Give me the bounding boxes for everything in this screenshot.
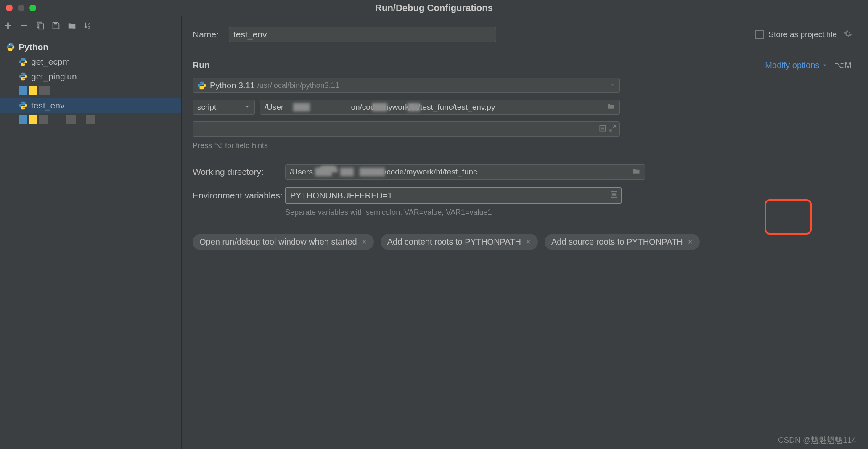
chevron-down-icon bbox=[244, 103, 250, 112]
minimize-window-button[interactable] bbox=[18, 5, 24, 11]
list-icon[interactable] bbox=[610, 190, 618, 201]
redacted bbox=[293, 103, 310, 111]
chip-label: Open run/debug tool window when started bbox=[199, 237, 357, 247]
chip-add-content-roots[interactable]: Add content roots to PYTHONPATH ✕ bbox=[381, 234, 538, 250]
run-section-header: Run Modify options ⌥M bbox=[193, 60, 852, 70]
config-tree: Python get_ecpm get_pinglun bbox=[0, 38, 181, 449]
store-as-project-file[interactable]: Store as project file bbox=[755, 29, 852, 40]
close-icon[interactable]: ✕ bbox=[361, 238, 367, 246]
close-window-button[interactable] bbox=[6, 5, 13, 11]
tree-item-label: get_ecpm bbox=[31, 57, 70, 67]
folder-icon[interactable] bbox=[607, 102, 615, 113]
working-directory-input[interactable]: /Users /code/mywork/bt/test_func bbox=[285, 164, 645, 180]
redacted bbox=[315, 168, 332, 176]
watermark: CSDN @魑魅魍魉114 bbox=[778, 435, 856, 446]
remove-config-button[interactable] bbox=[18, 19, 30, 32]
wd-prefix: /Users bbox=[290, 167, 313, 177]
parameters-input[interactable] bbox=[193, 121, 620, 137]
svg-rect-5 bbox=[54, 23, 57, 25]
modify-options-shortcut: ⌥M bbox=[834, 60, 852, 70]
titlebar: Run/Debug Configurations bbox=[0, 0, 868, 16]
name-input[interactable] bbox=[229, 27, 496, 42]
store-label: Store as project file bbox=[768, 30, 837, 39]
svg-point-10 bbox=[9, 44, 10, 45]
chevron-down-icon bbox=[609, 81, 615, 90]
tree-item-test-env[interactable]: test_env bbox=[0, 98, 181, 113]
svg-rect-7 bbox=[73, 27, 75, 29]
modify-options-label: Modify options bbox=[765, 61, 819, 70]
redacted bbox=[408, 103, 420, 111]
sort-config-button[interactable]: az bbox=[82, 19, 94, 32]
add-config-button[interactable] bbox=[2, 19, 14, 32]
env-label: Environment variables: bbox=[193, 190, 285, 201]
field-hint: Press ⌥ for field hints bbox=[193, 141, 852, 150]
svg-rect-2 bbox=[21, 25, 27, 26]
redacted bbox=[340, 168, 354, 176]
script-path-input[interactable]: /User on/code/mywork/bt/test_func/test_e… bbox=[260, 100, 620, 115]
working-directory-row: Working directory: /Users /code/mywork/b… bbox=[193, 164, 852, 180]
tree-item-label: test_env bbox=[31, 100, 64, 111]
window-controls bbox=[6, 5, 36, 11]
python-icon bbox=[19, 72, 28, 81]
python-icon bbox=[6, 42, 15, 52]
run-section-title: Run bbox=[193, 60, 210, 70]
wd-label: Working directory: bbox=[193, 167, 285, 177]
maximize-window-button[interactable] bbox=[29, 5, 36, 11]
script-mode-label: script bbox=[197, 103, 216, 112]
chip-open-tool-window[interactable]: Open run/debug tool window when started … bbox=[193, 234, 374, 250]
options-chips: Open run/debug tool window when started … bbox=[193, 234, 852, 250]
sidebar: az Python get_ecpm bbox=[0, 16, 182, 449]
env-vars-row: Environment variables: bbox=[193, 187, 852, 204]
name-label: Name: bbox=[193, 29, 229, 40]
svg-point-11 bbox=[11, 49, 12, 50]
modify-options-link[interactable]: Modify options bbox=[765, 61, 828, 70]
expand-icon[interactable] bbox=[609, 124, 617, 135]
tree-root-python[interactable]: Python bbox=[0, 40, 181, 54]
script-row: script /User on/code/mywork/bt/test_func… bbox=[193, 100, 852, 115]
python-icon bbox=[197, 81, 206, 90]
checkbox-icon[interactable] bbox=[755, 30, 764, 39]
name-row: Name: Store as project file bbox=[193, 27, 852, 42]
svg-rect-1 bbox=[5, 25, 11, 26]
chip-label: Add content roots to PYTHONPATH bbox=[387, 237, 521, 247]
env-hint: Separate variables with semicolon: VAR=v… bbox=[285, 208, 852, 217]
svg-rect-4 bbox=[39, 24, 43, 29]
svg-text:z: z bbox=[88, 26, 90, 29]
close-icon[interactable]: ✕ bbox=[525, 238, 531, 246]
save-config-button[interactable] bbox=[50, 19, 62, 32]
interpreter-path: /usr/local/bin/python3.11 bbox=[257, 81, 339, 90]
tree-item-get-pinglun[interactable]: get_pinglun bbox=[0, 69, 181, 84]
dialog-title: Run/Debug Configurations bbox=[375, 3, 493, 13]
folder-icon[interactable] bbox=[632, 167, 640, 177]
dialog-window: Run/Debug Configurations bbox=[0, 0, 868, 449]
redacted bbox=[372, 103, 387, 111]
chip-label: Add source roots to PYTHONPATH bbox=[551, 237, 683, 247]
list-icon[interactable] bbox=[598, 124, 607, 135]
python-icon bbox=[19, 101, 28, 110]
tree-item-get-ecpm[interactable]: get_ecpm bbox=[0, 54, 181, 69]
script-path-prefix: /User bbox=[265, 103, 283, 112]
env-vars-input[interactable] bbox=[285, 187, 622, 204]
main-area: az Python get_ecpm bbox=[0, 16, 868, 449]
interpreter-name: Python 3.11 bbox=[210, 81, 255, 90]
copy-config-button[interactable] bbox=[34, 19, 46, 32]
sidebar-toolbar: az bbox=[0, 16, 181, 38]
content-panel: Name: Store as project file Run Modify o… bbox=[182, 16, 868, 449]
tree-item-redacted[interactable] bbox=[0, 84, 181, 98]
chip-add-source-roots[interactable]: Add source roots to PYTHONPATH ✕ bbox=[545, 234, 700, 250]
folder-config-button[interactable] bbox=[66, 19, 78, 32]
python-icon bbox=[19, 57, 28, 66]
wd-suffix: /code/mywork/bt/test_func bbox=[384, 167, 477, 177]
tree-item-redacted[interactable] bbox=[0, 113, 181, 127]
tree-root-label: Python bbox=[19, 42, 48, 52]
divider bbox=[193, 50, 852, 50]
script-mode-select[interactable]: script bbox=[193, 100, 255, 115]
redacted bbox=[360, 168, 385, 176]
gear-icon[interactable] bbox=[844, 29, 852, 40]
interpreter-select[interactable]: Python 3.11 /usr/local/bin/python3.11 bbox=[193, 78, 620, 93]
highlight-annotation bbox=[765, 199, 812, 235]
tree-item-label: get_pinglun bbox=[31, 71, 77, 82]
close-icon[interactable]: ✕ bbox=[687, 238, 693, 246]
chevron-down-icon bbox=[822, 62, 828, 68]
